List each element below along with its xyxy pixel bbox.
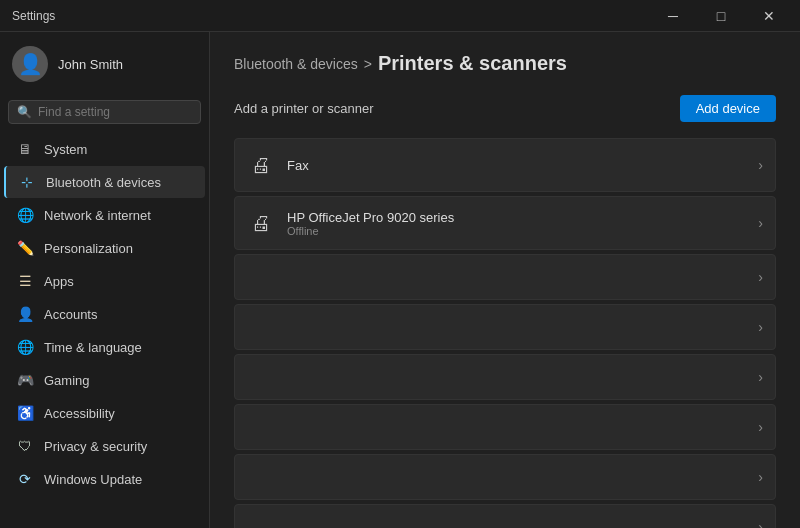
avatar: 👤 (12, 46, 48, 82)
sidebar-item-bluetooth[interactable]: ⊹ Bluetooth & devices (4, 166, 205, 198)
titlebar-controls: ─ □ ✕ (650, 0, 792, 32)
device-item-left-fax: 🖨 Fax (247, 151, 309, 179)
maximize-button[interactable]: □ (698, 0, 744, 32)
sidebar-item-apps[interactable]: ☰ Apps (4, 265, 205, 297)
sidebar-item-system[interactable]: 🖥 System (4, 133, 205, 165)
sidebar-item-personalization[interactable]: ✏️ Personalization (4, 232, 205, 264)
sidebar-label-bluetooth: Bluetooth & devices (46, 175, 161, 190)
add-printer-row: Add a printer or scanner Add device (234, 95, 776, 122)
time-icon: 🌐 (16, 338, 34, 356)
device-info-hp: HP OfficeJet Pro 9020 series Offline (287, 210, 454, 237)
chevron-icon-fax: › (758, 157, 763, 173)
sidebar-item-accounts[interactable]: 👤 Accounts (4, 298, 205, 330)
empty-row-2[interactable]: › (234, 304, 776, 350)
user-profile[interactable]: 👤 John Smith (0, 32, 209, 96)
sidebar-label-accessibility: Accessibility (44, 406, 115, 421)
sidebar-item-network[interactable]: 🌐 Network & internet (4, 199, 205, 231)
device-list: 🖨 Fax › 🖨 HP OfficeJet Pro 9020 series O… (234, 138, 776, 528)
device-item-left-hp: 🖨 HP OfficeJet Pro 9020 series Offline (247, 209, 454, 237)
sidebar-item-time[interactable]: 🌐 Time & language (4, 331, 205, 363)
sidebar-label-network: Network & internet (44, 208, 151, 223)
breadcrumb: Bluetooth & devices > Printers & scanner… (234, 52, 776, 75)
chevron-icon-empty-4: › (758, 419, 763, 435)
device-status-hp: Offline (287, 225, 454, 237)
chevron-icon-empty-1: › (758, 269, 763, 285)
personalization-icon: ✏️ (16, 239, 34, 257)
empty-row-1[interactable]: › (234, 254, 776, 300)
chevron-icon-empty-3: › (758, 369, 763, 385)
breadcrumb-link[interactable]: Bluetooth & devices (234, 56, 358, 72)
sidebar-item-privacy[interactable]: 🛡 Privacy & security (4, 430, 205, 462)
empty-row-5[interactable]: › (234, 454, 776, 500)
titlebar-title: Settings (12, 9, 55, 23)
system-icon: 🖥 (16, 140, 34, 158)
apps-icon: ☰ (16, 272, 34, 290)
page-title: Printers & scanners (378, 52, 567, 75)
user-icon: 👤 (18, 52, 43, 76)
sidebar-item-gaming[interactable]: 🎮 Gaming (4, 364, 205, 396)
device-info-fax: Fax (287, 158, 309, 173)
sidebar-label-privacy: Privacy & security (44, 439, 147, 454)
search-icon: 🔍 (17, 105, 32, 119)
device-name-hp: HP OfficeJet Pro 9020 series (287, 210, 454, 225)
privacy-icon: 🛡 (16, 437, 34, 455)
chevron-icon-empty-2: › (758, 319, 763, 335)
sidebar-label-accounts: Accounts (44, 307, 97, 322)
chevron-icon-hp: › (758, 215, 763, 231)
device-item-hp[interactable]: 🖨 HP OfficeJet Pro 9020 series Offline › (234, 196, 776, 250)
sidebar-label-system: System (44, 142, 87, 157)
printer-icon-fax: 🖨 (247, 151, 275, 179)
empty-row-3[interactable]: › (234, 354, 776, 400)
chevron-icon-empty-5: › (758, 469, 763, 485)
content-area: Bluetooth & devices > Printers & scanner… (210, 32, 800, 528)
device-name-fax: Fax (287, 158, 309, 173)
breadcrumb-separator: > (364, 56, 372, 72)
add-device-button[interactable]: Add device (680, 95, 776, 122)
search-box[interactable]: 🔍 (8, 100, 201, 124)
update-icon: ⟳ (16, 470, 34, 488)
titlebar: Settings ─ □ ✕ (0, 0, 800, 32)
device-item-fax[interactable]: 🖨 Fax › (234, 138, 776, 192)
close-button[interactable]: ✕ (746, 0, 792, 32)
chevron-icon-empty-6: › (758, 519, 763, 528)
sidebar-label-personalization: Personalization (44, 241, 133, 256)
gaming-icon: 🎮 (16, 371, 34, 389)
add-printer-label: Add a printer or scanner (234, 101, 373, 116)
printer-icon-hp: 🖨 (247, 209, 275, 237)
network-icon: 🌐 (16, 206, 34, 224)
sidebar: 👤 John Smith 🔍 🖥 System ⊹ Bluetooth & de… (0, 32, 210, 528)
username: John Smith (58, 57, 123, 72)
sidebar-label-update: Windows Update (44, 472, 142, 487)
sidebar-label-gaming: Gaming (44, 373, 90, 388)
minimize-button[interactable]: ─ (650, 0, 696, 32)
sidebar-label-time: Time & language (44, 340, 142, 355)
sidebar-label-apps: Apps (44, 274, 74, 289)
empty-row-6[interactable]: › (234, 504, 776, 528)
accounts-icon: 👤 (16, 305, 34, 323)
accessibility-icon: ♿ (16, 404, 34, 422)
search-input[interactable] (38, 105, 192, 119)
app-container: 👤 John Smith 🔍 🖥 System ⊹ Bluetooth & de… (0, 32, 800, 528)
sidebar-item-accessibility[interactable]: ♿ Accessibility (4, 397, 205, 429)
empty-row-4[interactable]: › (234, 404, 776, 450)
bluetooth-icon: ⊹ (18, 173, 36, 191)
sidebar-nav: 🖥 System ⊹ Bluetooth & devices 🌐 Network… (0, 132, 209, 528)
sidebar-item-update[interactable]: ⟳ Windows Update (4, 463, 205, 495)
